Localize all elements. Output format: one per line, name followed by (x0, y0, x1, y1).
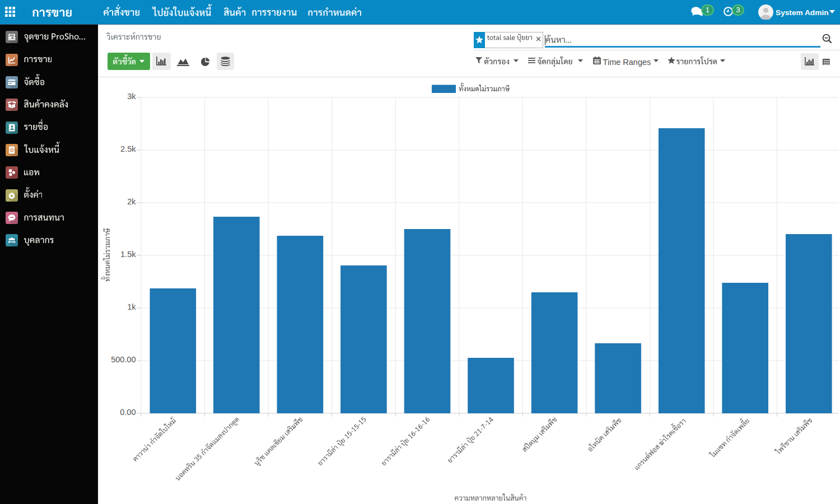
svg-text:1k: 1k (127, 302, 136, 311)
svg-text:1.5k: 1.5k (120, 250, 136, 259)
svg-text:2.5k: 2.5k (120, 144, 136, 153)
svg-text:$: $ (11, 148, 13, 152)
svg-text:0.00: 0.00 (120, 408, 136, 417)
svg-text:500.00: 500.00 (111, 355, 136, 364)
svg-text:3k: 3k (127, 92, 136, 101)
svg-text:2k: 2k (127, 197, 136, 206)
